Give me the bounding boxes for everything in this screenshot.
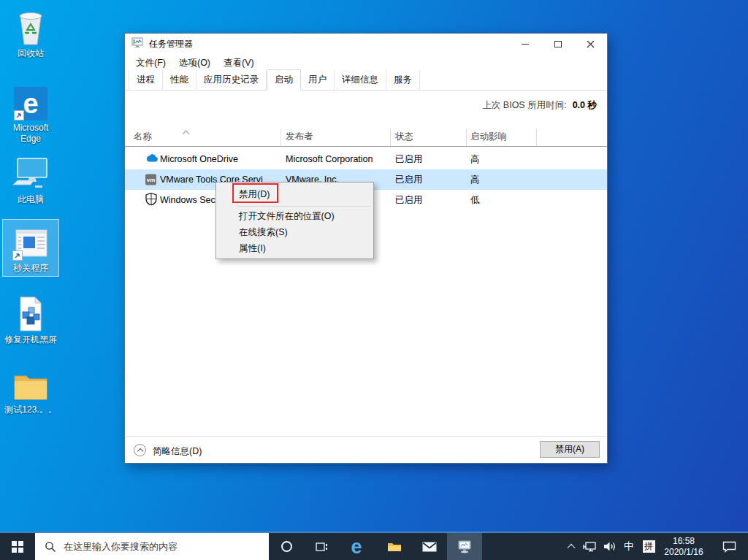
row-status: 已启用 [395, 174, 423, 186]
desktop-icon-label: 回收站 [18, 48, 44, 59]
onedrive-cloud-icon [145, 154, 159, 165]
action-center-button[interactable] [714, 533, 744, 560]
maximize-button[interactable] [541, 34, 574, 54]
table-header: 名称 发布者 状态 启动影响 [125, 129, 607, 147]
taskbar-search[interactable] [35, 533, 269, 560]
this-pc-icon [10, 154, 51, 192]
edge-icon: e [14, 83, 47, 120]
registry-file-icon [16, 294, 45, 332]
minimize-button[interactable] [508, 34, 541, 54]
desktop-icon-miaoguan[interactable]: 秒关程序 [2, 219, 59, 277]
desktop-icon-test-folder[interactable]: 测试123.。。 [2, 361, 59, 418]
task-view-button[interactable] [304, 533, 339, 560]
menu-options[interactable]: 选项(O) [172, 55, 217, 72]
close-button[interactable] [574, 34, 607, 54]
tab-bar: 进程 性能 应用历史记录 启动 用户 详细信息 服务 [125, 72, 607, 91]
expander-button[interactable] [134, 444, 146, 456]
desktop-icon-label: 秒关程序 [13, 263, 48, 274]
row-name: Windows Sec [160, 195, 215, 205]
row-publisher: Microsoft Corporation [286, 154, 373, 164]
context-menu-item-properties[interactable]: 属性(I) [216, 240, 373, 256]
clock-time: 16:58 [673, 536, 695, 547]
context-menu-item-open-location[interactable]: 打开文件所在的位置(O) [216, 208, 373, 224]
desktop-icon-recycle-bin[interactable]: 回收站 [2, 4, 59, 62]
tab-app-history[interactable]: 应用历史记录 [196, 70, 267, 91]
summary-toggle-label[interactable]: 简略信息(D) [153, 445, 202, 458]
column-name[interactable]: 名称 [134, 131, 152, 143]
menu-view[interactable]: 查看(V) [217, 55, 261, 72]
task-view-icon [315, 542, 328, 552]
security-shield-icon [145, 193, 157, 208]
task-manager-icon [131, 37, 143, 51]
tray-expand-button[interactable] [562, 533, 580, 560]
window-title: 任务管理器 [149, 38, 193, 50]
pinyin-badge: 拼 [643, 540, 655, 553]
context-menu-item-search-online[interactable]: 在线搜索(S) [216, 224, 373, 240]
desktop-icon-label: 测试123.。。 [4, 404, 56, 415]
task-manager-taskbar-button[interactable] [447, 533, 482, 560]
column-divider [536, 129, 537, 146]
row-status: 已启用 [395, 194, 423, 207]
app-window-icon [12, 223, 49, 261]
shortcut-arrow-icon [12, 250, 23, 261]
desktop-icon-label: Microsoft Edge [3, 123, 58, 145]
ime-indicator: 中 [624, 540, 634, 553]
desktop-icon-registry-fix[interactable]: 修复开机黑屏 [2, 291, 59, 348]
start-button[interactable] [0, 533, 35, 560]
tab-services[interactable]: 服务 [386, 70, 420, 91]
edge-icon: e [351, 536, 362, 558]
close-icon [587, 40, 595, 48]
desktop-icon-label: 修复开机黑屏 [4, 334, 57, 345]
minimize-icon [522, 44, 529, 45]
column-publisher[interactable]: 发布者 [286, 131, 313, 143]
disable-button[interactable]: 禁用(A) [540, 441, 600, 458]
window-footer: 简略信息(D) 禁用(A) [125, 436, 607, 463]
cortana-button[interactable] [269, 533, 304, 560]
menu-separator [237, 206, 371, 207]
column-status[interactable]: 状态 [395, 131, 413, 143]
column-impact[interactable]: 启动影响 [470, 131, 507, 143]
row-name: Microsoft OneDrive [160, 154, 238, 164]
tab-users[interactable]: 用户 [301, 70, 335, 91]
network-tray-button[interactable] [580, 533, 599, 560]
menu-bar: 文件(F) 选项(O) 查看(V) [125, 54, 607, 72]
recycle-bin-icon [15, 8, 47, 46]
row-impact: 高 [470, 174, 480, 186]
maximize-icon [554, 41, 562, 47]
windows-logo-icon [12, 541, 23, 553]
tab-performance[interactable]: 性能 [163, 70, 196, 91]
bios-time-label: 上次 BIOS 所用时间: [482, 100, 566, 110]
desktop-icon-edge[interactable]: e Microsoft Edge [2, 79, 59, 147]
file-explorer-button[interactable] [377, 533, 412, 560]
mail-button[interactable] [412, 533, 447, 560]
taskbar: e 中 拼 [0, 532, 748, 560]
tab-details[interactable]: 详细信息 [335, 70, 386, 91]
volume-tray-button[interactable] [600, 533, 619, 560]
search-input[interactable] [64, 541, 246, 552]
column-divider [390, 129, 391, 146]
chevron-up-icon [137, 448, 142, 454]
ethernet-icon [582, 541, 597, 553]
desktop-icon-this-pc[interactable]: 此电脑 [2, 150, 59, 208]
ime-mode-button[interactable]: 拼 [640, 533, 657, 560]
clock-button[interactable]: 16:58 2020/1/16 [657, 533, 710, 560]
action-center-icon [722, 541, 736, 553]
tab-startup[interactable]: 启动 [267, 69, 301, 91]
file-explorer-icon [387, 541, 402, 553]
title-bar[interactable]: 任务管理器 [125, 34, 607, 54]
vmware-icon: vm [145, 174, 156, 185]
bios-time-value: 0.0 秒 [573, 100, 597, 110]
search-icon [45, 541, 56, 553]
column-divider [280, 129, 281, 146]
ime-language-button[interactable]: 中 [619, 533, 638, 560]
clock-date: 2020/1/16 [664, 547, 703, 558]
column-divider [466, 129, 467, 146]
table-row-onedrive[interactable]: Microsoft OneDrive Microsoft Corporation… [125, 149, 607, 169]
sort-ascending-icon [183, 131, 190, 138]
edge-taskbar-button[interactable]: e [339, 533, 374, 560]
task-manager-icon [457, 540, 472, 553]
chevron-up-icon [567, 543, 575, 551]
bios-time: 上次 BIOS 所用时间:0.0 秒 [482, 99, 597, 112]
menu-file[interactable]: 文件(F) [129, 55, 172, 72]
tab-processes[interactable]: 进程 [129, 70, 163, 91]
